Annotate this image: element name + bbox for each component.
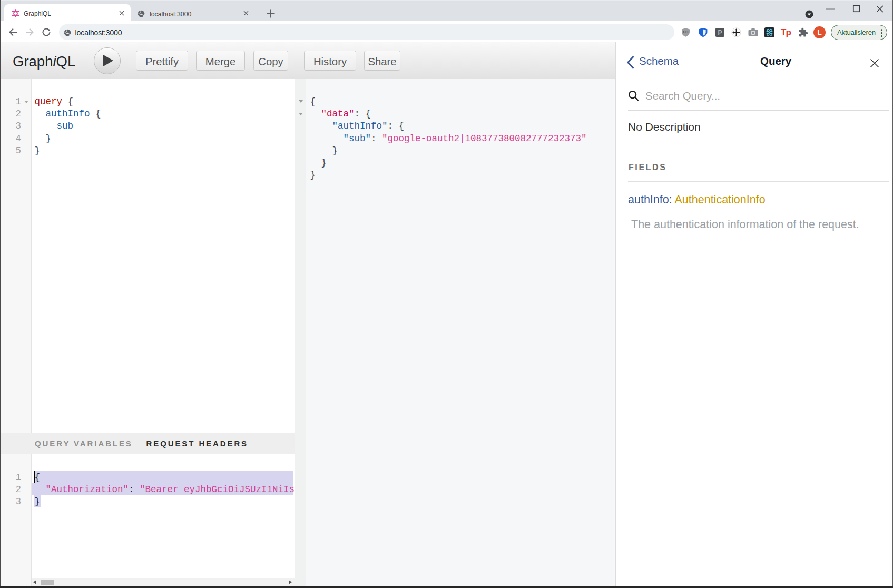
svg-text:UO: UO	[683, 30, 689, 34]
svg-text:P: P	[718, 29, 722, 36]
